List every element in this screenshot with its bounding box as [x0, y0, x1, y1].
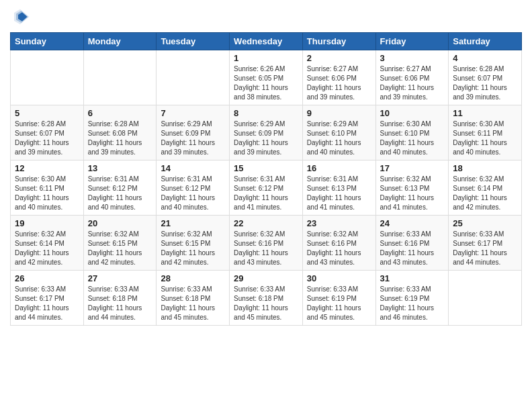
day-info: Sunrise: 6:32 AM Sunset: 6:15 PM Dayligh… — [161, 230, 225, 267]
calendar-week-row-1: 1Sunrise: 6:26 AM Sunset: 6:05 PM Daylig… — [11, 50, 522, 105]
calendar-cell: 15Sunrise: 6:31 AM Sunset: 6:12 PM Dayli… — [230, 161, 303, 216]
day-info: Sunrise: 6:33 AM Sunset: 6:19 PM Dayligh… — [380, 285, 445, 322]
calendar-cell: 30Sunrise: 6:33 AM Sunset: 6:19 PM Dayli… — [302, 271, 375, 326]
day-number: 15 — [234, 163, 298, 173]
calendar-cell — [83, 50, 157, 105]
day-number: 18 — [453, 163, 517, 173]
day-number: 26 — [15, 273, 79, 283]
day-number: 17 — [380, 163, 445, 173]
day-info: Sunrise: 6:32 AM Sunset: 6:16 PM Dayligh… — [307, 230, 371, 267]
day-info: Sunrise: 6:31 AM Sunset: 6:13 PM Dayligh… — [307, 175, 371, 212]
day-number: 30 — [307, 273, 371, 283]
day-info: Sunrise: 6:32 AM Sunset: 6:14 PM Dayligh… — [15, 230, 79, 267]
calendar-cell — [157, 50, 230, 105]
calendar-cell — [449, 271, 522, 326]
calendar-cell: 26Sunrise: 6:33 AM Sunset: 6:17 PM Dayli… — [11, 271, 84, 326]
day-number: 31 — [380, 273, 445, 283]
calendar-cell: 14Sunrise: 6:31 AM Sunset: 6:12 PM Dayli… — [157, 161, 230, 216]
calendar-cell: 28Sunrise: 6:33 AM Sunset: 6:18 PM Dayli… — [157, 271, 230, 326]
day-number: 20 — [88, 218, 152, 228]
calendar-cell: 22Sunrise: 6:32 AM Sunset: 6:16 PM Dayli… — [230, 216, 303, 271]
day-info: Sunrise: 6:31 AM Sunset: 6:12 PM Dayligh… — [234, 175, 298, 212]
day-info: Sunrise: 6:32 AM Sunset: 6:14 PM Dayligh… — [453, 175, 517, 212]
day-number: 22 — [234, 218, 298, 228]
day-info: Sunrise: 6:28 AM Sunset: 6:08 PM Dayligh… — [88, 120, 152, 157]
calendar-week-row-2: 5Sunrise: 6:28 AM Sunset: 6:07 PM Daylig… — [11, 105, 522, 161]
calendar-cell: 13Sunrise: 6:31 AM Sunset: 6:12 PM Dayli… — [83, 161, 157, 216]
day-number: 16 — [307, 163, 371, 173]
logo-icon — [10, 7, 30, 27]
calendar-cell: 20Sunrise: 6:32 AM Sunset: 6:15 PM Dayli… — [83, 216, 157, 271]
day-number: 14 — [161, 163, 225, 173]
calendar-header-saturday: Saturday — [449, 33, 522, 50]
calendar-header-sunday: Sunday — [11, 33, 84, 50]
calendar-cell — [11, 50, 84, 105]
calendar-cell: 5Sunrise: 6:28 AM Sunset: 6:07 PM Daylig… — [11, 105, 84, 161]
day-number: 6 — [88, 108, 152, 118]
calendar-cell: 16Sunrise: 6:31 AM Sunset: 6:13 PM Dayli… — [302, 161, 375, 216]
day-info: Sunrise: 6:29 AM Sunset: 6:09 PM Dayligh… — [161, 120, 225, 157]
day-info: Sunrise: 6:27 AM Sunset: 6:06 PM Dayligh… — [307, 64, 371, 102]
calendar-cell: 25Sunrise: 6:33 AM Sunset: 6:17 PM Dayli… — [449, 216, 522, 271]
calendar-cell: 6Sunrise: 6:28 AM Sunset: 6:08 PM Daylig… — [83, 105, 157, 161]
day-info: Sunrise: 6:33 AM Sunset: 6:17 PM Dayligh… — [15, 285, 79, 322]
day-number: 28 — [161, 273, 225, 283]
calendar-header-tuesday: Tuesday — [157, 33, 230, 50]
calendar-cell: 9Sunrise: 6:29 AM Sunset: 6:10 PM Daylig… — [302, 105, 375, 161]
day-number: 13 — [88, 163, 152, 173]
calendar-cell: 4Sunrise: 6:28 AM Sunset: 6:07 PM Daylig… — [449, 50, 522, 105]
day-number: 21 — [161, 218, 225, 228]
day-number: 23 — [307, 218, 371, 228]
day-number: 2 — [307, 53, 371, 63]
day-info: Sunrise: 6:29 AM Sunset: 6:09 PM Dayligh… — [234, 120, 298, 157]
calendar-cell: 11Sunrise: 6:30 AM Sunset: 6:11 PM Dayli… — [449, 105, 522, 161]
calendar-cell: 17Sunrise: 6:32 AM Sunset: 6:13 PM Dayli… — [375, 161, 449, 216]
day-info: Sunrise: 6:32 AM Sunset: 6:15 PM Dayligh… — [88, 230, 152, 267]
day-number: 19 — [15, 218, 79, 228]
calendar-cell: 3Sunrise: 6:27 AM Sunset: 6:06 PM Daylig… — [375, 50, 449, 105]
calendar-cell: 10Sunrise: 6:30 AM Sunset: 6:10 PM Dayli… — [375, 105, 449, 161]
day-number: 4 — [453, 53, 517, 63]
day-number: 11 — [453, 108, 517, 118]
calendar-week-row-5: 26Sunrise: 6:33 AM Sunset: 6:17 PM Dayli… — [11, 271, 522, 326]
day-info: Sunrise: 6:30 AM Sunset: 6:10 PM Dayligh… — [380, 120, 445, 157]
header — [10, 7, 522, 27]
calendar-cell: 2Sunrise: 6:27 AM Sunset: 6:06 PM Daylig… — [302, 50, 375, 105]
calendar-header-wednesday: Wednesday — [230, 33, 303, 50]
day-number: 3 — [380, 53, 445, 63]
calendar-header-row: SundayMondayTuesdayWednesdayThursdayFrid… — [11, 33, 522, 50]
day-number: 25 — [453, 218, 517, 228]
day-info: Sunrise: 6:33 AM Sunset: 6:18 PM Dayligh… — [88, 285, 152, 322]
logo — [10, 7, 33, 27]
day-number: 5 — [15, 108, 79, 118]
day-number: 12 — [15, 163, 79, 173]
day-info: Sunrise: 6:27 AM Sunset: 6:06 PM Dayligh… — [380, 64, 445, 102]
day-info: Sunrise: 6:30 AM Sunset: 6:11 PM Dayligh… — [15, 175, 79, 212]
day-info: Sunrise: 6:31 AM Sunset: 6:12 PM Dayligh… — [161, 175, 225, 212]
day-info: Sunrise: 6:33 AM Sunset: 6:17 PM Dayligh… — [453, 230, 517, 267]
day-number: 24 — [380, 218, 445, 228]
calendar-cell: 24Sunrise: 6:33 AM Sunset: 6:16 PM Dayli… — [375, 216, 449, 271]
calendar-cell: 27Sunrise: 6:33 AM Sunset: 6:18 PM Dayli… — [83, 271, 157, 326]
day-number: 8 — [234, 108, 298, 118]
calendar-header-thursday: Thursday — [302, 33, 375, 50]
day-info: Sunrise: 6:26 AM Sunset: 6:05 PM Dayligh… — [234, 64, 298, 102]
calendar-cell: 12Sunrise: 6:30 AM Sunset: 6:11 PM Dayli… — [11, 161, 84, 216]
day-info: Sunrise: 6:30 AM Sunset: 6:11 PM Dayligh… — [453, 120, 517, 157]
day-number: 7 — [161, 108, 225, 118]
calendar-table: SundayMondayTuesdayWednesdayThursdayFrid… — [10, 32, 522, 326]
day-info: Sunrise: 6:33 AM Sunset: 6:18 PM Dayligh… — [161, 285, 225, 322]
day-info: Sunrise: 6:32 AM Sunset: 6:13 PM Dayligh… — [380, 175, 445, 212]
day-info: Sunrise: 6:33 AM Sunset: 6:16 PM Dayligh… — [380, 230, 445, 267]
day-info: Sunrise: 6:33 AM Sunset: 6:19 PM Dayligh… — [307, 285, 371, 322]
calendar-week-row-3: 12Sunrise: 6:30 AM Sunset: 6:11 PM Dayli… — [11, 161, 522, 216]
calendar-cell: 21Sunrise: 6:32 AM Sunset: 6:15 PM Dayli… — [157, 216, 230, 271]
calendar-cell: 19Sunrise: 6:32 AM Sunset: 6:14 PM Dayli… — [11, 216, 84, 271]
day-info: Sunrise: 6:28 AM Sunset: 6:07 PM Dayligh… — [15, 120, 79, 157]
day-number: 29 — [234, 273, 298, 283]
day-info: Sunrise: 6:31 AM Sunset: 6:12 PM Dayligh… — [88, 175, 152, 212]
day-number: 27 — [88, 273, 152, 283]
calendar-cell: 7Sunrise: 6:29 AM Sunset: 6:09 PM Daylig… — [157, 105, 230, 161]
calendar-header-monday: Monday — [83, 33, 157, 50]
day-info: Sunrise: 6:33 AM Sunset: 6:18 PM Dayligh… — [234, 285, 298, 322]
